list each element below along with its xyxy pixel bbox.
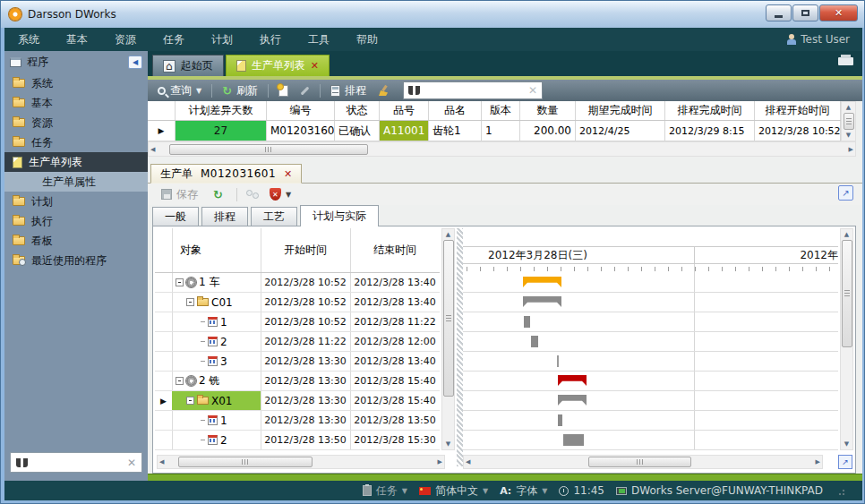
toolbar-search-input[interactable] (424, 83, 524, 98)
detail-tab-production-order[interactable]: 生产单 M012031601 ✕ (150, 164, 302, 184)
menu-item-execute[interactable]: 执行 (246, 32, 295, 47)
scroll-up-icon[interactable]: ▲ (841, 231, 852, 238)
column-header[interactable]: 数量 (520, 101, 576, 120)
column-header[interactable]: 品名 (429, 101, 482, 120)
tab-general[interactable]: 一般 (152, 207, 199, 226)
status-language-selector[interactable]: 简体中文 ▼ (419, 483, 488, 499)
scroll-up-icon[interactable]: ▲ (442, 231, 454, 238)
sidebar-item-basic[interactable]: 基本 (4, 93, 148, 113)
tree-horizontal-scrollbar[interactable]: ◀ ▶ (157, 455, 445, 469)
column-header[interactable]: 排程开始时间 (755, 101, 841, 120)
tree-row-task[interactable]: 1 2012/3/28 13:30 2012/3/28 13:50 (155, 411, 440, 431)
gantt-bar[interactable] (557, 355, 559, 367)
query-button[interactable]: 查询 ▼ (153, 81, 206, 99)
table-row[interactable]: ▶ 27 M012031601 已确认 A11001 齿轮1 1 200.00 … (148, 121, 841, 141)
column-header[interactable]: 对象 (172, 228, 261, 272)
scrollbar-thumb[interactable] (169, 144, 368, 155)
sidebar-search-input[interactable] (33, 456, 122, 470)
scroll-down-icon[interactable]: ▼ (442, 440, 454, 448)
column-header[interactable]: 期望完成时间 (576, 101, 665, 120)
tree-row-task[interactable]: 3 2012/3/28 13:30 2012/3/28 13:40 (155, 352, 440, 372)
tree-row-resource-c01[interactable]: C01 2012/3/28 10:52 2012/3/28 13:40 (155, 293, 440, 312)
sidebar-item-system[interactable]: 系统 (4, 73, 148, 93)
sidebar-item-production-order-props[interactable]: 生产单属性 (4, 172, 148, 192)
scroll-down-icon[interactable]: ▼ (841, 440, 852, 448)
column-header[interactable]: 计划差异天数 (176, 101, 267, 120)
menu-item-plan[interactable]: 计划 (198, 32, 246, 47)
sidebar-item-kanban[interactable]: 看板 (4, 231, 148, 251)
scroll-down-icon[interactable]: ▼ (842, 132, 855, 139)
scroll-left-icon[interactable]: ◀ (159, 458, 164, 466)
tree-collapse-icon[interactable] (176, 278, 184, 286)
scrollbar-thumb[interactable] (588, 457, 691, 467)
menu-item-tools[interactable]: 工具 (295, 32, 343, 47)
gantt-bar[interactable] (531, 336, 538, 347)
clear-icon[interactable]: ✕ (528, 84, 537, 97)
schedule-button[interactable]: 排程 (326, 81, 371, 99)
status-font-selector[interactable]: A: 字体 ▼ (500, 483, 547, 499)
tree-row-machine-2[interactable]: 2 铣 2012/3/28 13:30 2012/3/28 15:40 (155, 372, 440, 391)
grid-vertical-scrollbar[interactable]: ▲ ▼ (841, 101, 856, 141)
popout-icon[interactable]: ↗ (838, 185, 853, 201)
scrollbar-thumb[interactable] (443, 240, 454, 397)
new-button[interactable] (274, 81, 293, 99)
resize-grip[interactable] (838, 487, 846, 495)
tab-production-order-list[interactable]: 生产单列表 ✕ (226, 55, 330, 76)
column-header[interactable]: 开始时间 (261, 228, 350, 272)
scroll-right-icon[interactable]: ▶ (849, 146, 853, 153)
tree-collapse-icon[interactable] (186, 298, 194, 306)
scroll-right-icon[interactable]: ▶ (816, 458, 820, 466)
tab-process[interactable]: 工艺 (251, 207, 297, 226)
sidebar-item-resource[interactable]: 资源 (4, 113, 148, 132)
refresh-button[interactable]: ↻ 刷新 (218, 81, 262, 99)
refresh-button[interactable]: ↻ (209, 185, 227, 203)
tree-collapse-icon[interactable] (186, 397, 194, 405)
scrollbar-thumb[interactable] (178, 457, 313, 467)
gantt-popout-icon[interactable]: ↗ (838, 455, 852, 469)
clean-button[interactable] (373, 81, 393, 99)
tab-home[interactable]: ⌂ 起始页 (152, 55, 224, 76)
gantt-bar[interactable] (563, 434, 584, 446)
menu-item-resource[interactable]: 资源 (101, 32, 150, 47)
scroll-left-icon[interactable]: ◀ (466, 458, 470, 466)
close-button[interactable]: ✕ (819, 4, 858, 21)
scrollbar-thumb[interactable] (844, 113, 854, 130)
tab-close-icon[interactable]: ✕ (311, 60, 319, 72)
gantt-bar[interactable] (558, 414, 562, 426)
clear-icon[interactable]: ✕ (127, 457, 136, 469)
tab-schedule[interactable]: 排程 (201, 207, 248, 226)
tab-plan-vs-actual[interactable]: 计划与实际 (300, 205, 379, 226)
edit-button[interactable] (295, 81, 314, 99)
tree-row-task[interactable]: 2 2012/3/28 13:50 2012/3/28 15:30 (155, 431, 440, 450)
column-header[interactable]: 编号 (267, 101, 335, 120)
scrollbar-thumb[interactable] (842, 240, 852, 347)
current-user[interactable]: Test User (787, 33, 862, 46)
gantt-horizontal-scrollbar[interactable]: ◀ ▶ (463, 455, 823, 469)
gantt-bar[interactable] (524, 316, 530, 328)
tree-collapse-icon[interactable] (176, 377, 184, 385)
grid-horizontal-scrollbar[interactable]: ◀ ▶ (148, 141, 856, 157)
sidebar-collapse-button[interactable]: ◀ (128, 56, 142, 69)
tab-close-icon[interactable]: ✕ (284, 168, 292, 180)
menu-item-basic[interactable]: 基本 (53, 32, 101, 47)
column-header[interactable]: 排程完成时间 (665, 101, 755, 120)
tree-vertical-scrollbar[interactable]: ▲ ▼ (441, 228, 455, 450)
printer-icon[interactable] (838, 57, 853, 65)
tree-row-resource-x01-selected[interactable]: ▶ X01 2012/3/28 13:30 2012/3/28 15:40 (155, 391, 440, 411)
sidebar-item-execute[interactable]: 执行 (4, 211, 148, 231)
scroll-up-icon[interactable]: ▲ (842, 104, 855, 111)
gantt-vertical-scrollbar[interactable]: ▲ ▼ (840, 228, 853, 450)
column-header[interactable]: 版本 (482, 101, 520, 120)
save-button[interactable]: 保存 (157, 185, 202, 203)
sidebar-item-production-order-list[interactable]: 生产单列表 (4, 152, 148, 172)
sidebar-item-recent-programs[interactable]: 最近使用的程序 (4, 251, 148, 270)
status-task-selector[interactable]: 任务 ▼ (363, 483, 407, 499)
column-header[interactable]: 品号 (380, 101, 429, 120)
menu-item-system[interactable]: 系统 (4, 32, 53, 47)
minimize-button[interactable] (766, 4, 792, 21)
column-header[interactable]: 状态 (335, 101, 380, 120)
tree-row-task[interactable]: 1 2012/3/28 10:52 2012/3/28 11:22 (155, 312, 440, 332)
sidebar-item-task[interactable]: 任务 (4, 132, 148, 152)
scroll-right-icon[interactable]: ▶ (438, 458, 442, 466)
menu-item-help[interactable]: 帮助 (343, 32, 391, 47)
